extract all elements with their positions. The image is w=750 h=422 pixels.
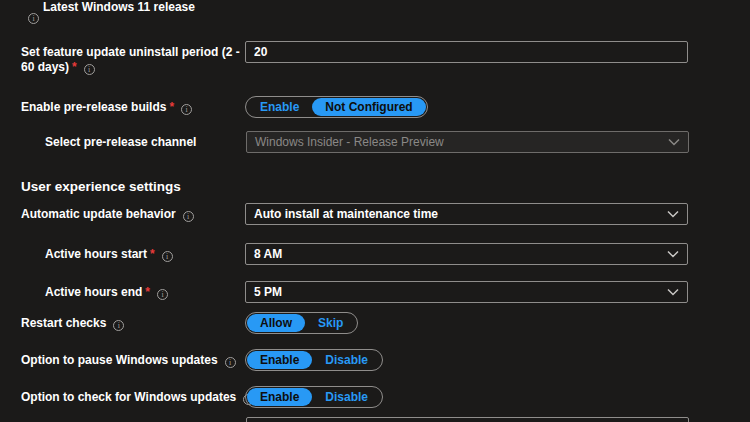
- info-icon[interactable]: [113, 320, 124, 331]
- restart-checks-toggle: Allow Skip: [245, 312, 358, 334]
- dropdown-value: 8 AM: [254, 247, 282, 261]
- pause-updates-label: Option to pause Windows updates: [21, 353, 236, 368]
- required-asterisk: *: [145, 285, 150, 299]
- uninstall-period-input[interactable]: [245, 41, 688, 63]
- prerelease-channel-label: Select pre-release channel: [45, 135, 196, 150]
- active-hours-start-label: Active hours start*: [45, 247, 173, 262]
- info-icon[interactable]: [183, 211, 194, 222]
- chevron-down-icon: [668, 138, 680, 146]
- info-icon[interactable]: [84, 64, 95, 75]
- pause-updates-toggle: Enable Disable: [245, 349, 383, 371]
- partial-bottom-control[interactable]: [246, 417, 689, 422]
- info-icon[interactable]: [28, 13, 39, 24]
- required-asterisk: *: [169, 100, 174, 114]
- section-heading-user-experience: User experience settings: [21, 179, 181, 194]
- chevron-down-icon: [667, 288, 679, 296]
- check-updates-toggle: Enable Disable: [245, 386, 383, 408]
- toggle-option-disable[interactable]: Disable: [312, 388, 381, 406]
- prerelease-channel-dropdown: Windows Insider - Release Preview: [246, 131, 689, 153]
- chevron-down-icon: [667, 250, 679, 258]
- active-hours-end-dropdown[interactable]: 5 PM: [245, 281, 688, 303]
- toggle-option-enable[interactable]: Enable: [247, 351, 312, 369]
- latest-windows-release-label: Latest Windows 11 release: [43, 0, 195, 15]
- toggle-option-not-configured[interactable]: Not Configured: [312, 98, 425, 116]
- settings-pane: Latest Windows 11 release Set feature up…: [0, 0, 750, 422]
- prerelease-builds-toggle: Enable Not Configured: [245, 96, 428, 118]
- toggle-option-skip[interactable]: Skip: [305, 314, 356, 332]
- chevron-down-icon: [667, 210, 679, 218]
- auto-update-behavior-label: Automatic update behavior: [21, 207, 194, 222]
- info-icon[interactable]: [157, 289, 168, 300]
- info-icon[interactable]: [181, 104, 192, 115]
- uninstall-period-label: Set feature update uninstall period (2 -…: [21, 45, 243, 75]
- dropdown-value: Windows Insider - Release Preview: [255, 135, 444, 149]
- info-icon[interactable]: [162, 251, 173, 262]
- required-asterisk: *: [72, 60, 77, 74]
- toggle-option-enable[interactable]: Enable: [247, 98, 312, 116]
- dropdown-value: Auto install at maintenance time: [254, 207, 438, 221]
- info-icon[interactable]: [225, 357, 236, 368]
- toggle-option-enable[interactable]: Enable: [247, 388, 312, 406]
- restart-checks-label: Restart checks: [21, 316, 124, 331]
- dropdown-value: 5 PM: [254, 285, 282, 299]
- toggle-option-disable[interactable]: Disable: [312, 351, 381, 369]
- active-hours-start-dropdown[interactable]: 8 AM: [245, 243, 688, 265]
- active-hours-end-label: Active hours end*: [45, 285, 168, 300]
- prerelease-builds-label: Enable pre-release builds*: [21, 100, 192, 115]
- required-asterisk: *: [150, 247, 155, 261]
- toggle-option-allow[interactable]: Allow: [247, 314, 305, 332]
- auto-update-behavior-dropdown[interactable]: Auto install at maintenance time: [245, 203, 688, 225]
- check-updates-label: Option to check for Windows updates: [21, 390, 254, 405]
